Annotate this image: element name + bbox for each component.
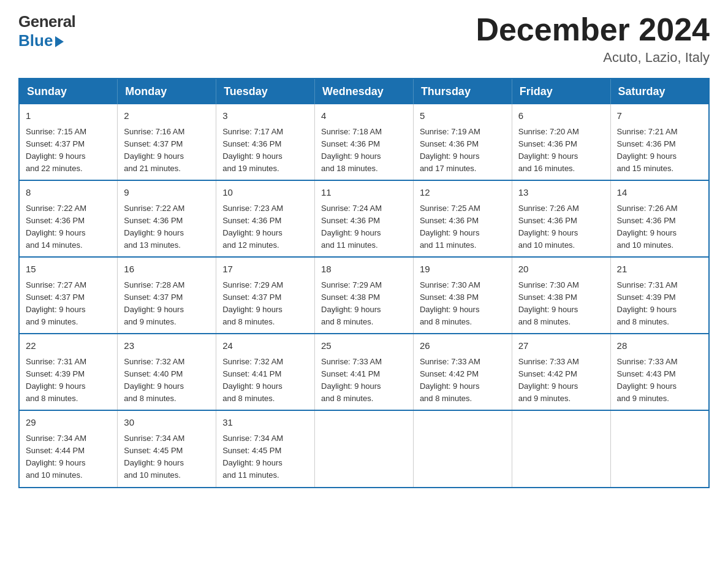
day-info: Sunrise: 7:26 AMSunset: 4:36 PMDaylight:…	[617, 202, 702, 252]
day-info: Sunrise: 7:33 AMSunset: 4:42 PMDaylight:…	[420, 356, 506, 405]
day-info: Sunrise: 7:32 AMSunset: 4:40 PMDaylight:…	[124, 356, 210, 405]
main-title: December 2024	[476, 12, 710, 47]
day-info: Sunrise: 7:34 AMSunset: 4:45 PMDaylight:…	[222, 432, 308, 482]
day-number: 15	[26, 262, 111, 277]
day-number: 26	[420, 339, 506, 353]
calendar-cell: 18Sunrise: 7:29 AMSunset: 4:38 PMDayligh…	[315, 257, 414, 334]
day-info: Sunrise: 7:17 AMSunset: 4:36 PMDaylight:…	[222, 126, 308, 175]
day-number: 30	[124, 416, 210, 430]
day-number: 7	[617, 109, 702, 123]
day-number: 12	[420, 186, 506, 200]
day-number: 6	[518, 109, 604, 123]
day-number: 14	[617, 186, 702, 200]
day-info: Sunrise: 7:34 AMSunset: 4:45 PMDaylight:…	[124, 432, 210, 482]
day-info: Sunrise: 7:33 AMSunset: 4:41 PMDaylight:…	[321, 356, 407, 405]
calendar-cell	[413, 410, 512, 487]
calendar-cell: 1Sunrise: 7:15 AMSunset: 4:37 PMDaylight…	[19, 104, 118, 180]
calendar-cell: 10Sunrise: 7:23 AMSunset: 4:36 PMDayligh…	[216, 180, 315, 257]
day-info: Sunrise: 7:26 AMSunset: 4:36 PMDaylight:…	[518, 202, 604, 252]
calendar-cell: 8Sunrise: 7:22 AMSunset: 4:36 PMDaylight…	[19, 180, 118, 257]
calendar-cell: 31Sunrise: 7:34 AMSunset: 4:45 PMDayligh…	[216, 410, 315, 487]
calendar-header-sunday: Sunday	[19, 79, 118, 104]
day-number: 19	[420, 262, 506, 277]
day-number: 28	[617, 339, 702, 353]
day-info: Sunrise: 7:22 AMSunset: 4:36 PMDaylight:…	[124, 202, 210, 252]
calendar-cell: 20Sunrise: 7:30 AMSunset: 4:38 PMDayligh…	[512, 257, 610, 334]
calendar-cell: 13Sunrise: 7:26 AMSunset: 4:36 PMDayligh…	[512, 180, 610, 257]
calendar-cell: 7Sunrise: 7:21 AMSunset: 4:36 PMDaylight…	[610, 104, 709, 180]
day-info: Sunrise: 7:15 AMSunset: 4:37 PMDaylight:…	[26, 126, 111, 175]
day-number: 31	[222, 416, 308, 430]
calendar-table: SundayMondayTuesdayWednesdayThursdayFrid…	[18, 78, 710, 488]
calendar-header-friday: Friday	[512, 79, 610, 104]
day-number: 5	[420, 109, 506, 123]
day-number: 23	[124, 339, 210, 353]
day-number: 17	[222, 262, 308, 277]
day-info: Sunrise: 7:23 AMSunset: 4:36 PMDaylight:…	[222, 202, 308, 252]
calendar-cell: 14Sunrise: 7:26 AMSunset: 4:36 PMDayligh…	[610, 180, 709, 257]
calendar-cell: 25Sunrise: 7:33 AMSunset: 4:41 PMDayligh…	[315, 334, 414, 410]
day-info: Sunrise: 7:30 AMSunset: 4:38 PMDaylight:…	[420, 279, 506, 329]
calendar-cell: 28Sunrise: 7:33 AMSunset: 4:43 PMDayligh…	[610, 334, 709, 410]
calendar-cell: 5Sunrise: 7:19 AMSunset: 4:36 PMDaylight…	[413, 104, 512, 180]
day-number: 2	[124, 109, 210, 123]
day-number: 25	[321, 339, 407, 353]
calendar-cell: 12Sunrise: 7:25 AMSunset: 4:36 PMDayligh…	[413, 180, 512, 257]
day-info: Sunrise: 7:19 AMSunset: 4:36 PMDaylight:…	[420, 126, 506, 175]
day-info: Sunrise: 7:29 AMSunset: 4:38 PMDaylight:…	[321, 279, 407, 329]
calendar-cell: 29Sunrise: 7:34 AMSunset: 4:44 PMDayligh…	[19, 410, 118, 487]
calendar-cell: 22Sunrise: 7:31 AMSunset: 4:39 PMDayligh…	[19, 334, 118, 410]
title-block: December 2024 Acuto, Lazio, Italy	[476, 12, 710, 66]
day-info: Sunrise: 7:30 AMSunset: 4:38 PMDaylight:…	[518, 279, 604, 329]
day-number: 11	[321, 186, 407, 200]
calendar-cell: 27Sunrise: 7:33 AMSunset: 4:42 PMDayligh…	[512, 334, 610, 410]
calendar-cell: 24Sunrise: 7:32 AMSunset: 4:41 PMDayligh…	[216, 334, 315, 410]
calendar-header-row: SundayMondayTuesdayWednesdayThursdayFrid…	[19, 79, 709, 104]
day-number: 4	[321, 109, 407, 123]
calendar-cell	[610, 410, 709, 487]
calendar-week-row: 8Sunrise: 7:22 AMSunset: 4:36 PMDaylight…	[19, 180, 709, 257]
calendar-cell: 21Sunrise: 7:31 AMSunset: 4:39 PMDayligh…	[610, 257, 709, 334]
day-info: Sunrise: 7:25 AMSunset: 4:36 PMDaylight:…	[420, 202, 506, 252]
day-info: Sunrise: 7:33 AMSunset: 4:42 PMDaylight:…	[518, 356, 604, 405]
day-number: 9	[124, 186, 210, 200]
calendar-cell: 16Sunrise: 7:28 AMSunset: 4:37 PMDayligh…	[118, 257, 216, 334]
calendar-week-row: 29Sunrise: 7:34 AMSunset: 4:44 PMDayligh…	[19, 410, 709, 487]
calendar-cell: 11Sunrise: 7:24 AMSunset: 4:36 PMDayligh…	[315, 180, 414, 257]
calendar-cell: 30Sunrise: 7:34 AMSunset: 4:45 PMDayligh…	[118, 410, 216, 487]
calendar-cell: 19Sunrise: 7:30 AMSunset: 4:38 PMDayligh…	[413, 257, 512, 334]
day-number: 27	[518, 339, 604, 353]
calendar-cell	[512, 410, 610, 487]
day-info: Sunrise: 7:22 AMSunset: 4:36 PMDaylight:…	[26, 202, 111, 252]
day-number: 8	[26, 186, 111, 200]
calendar-header-wednesday: Wednesday	[315, 79, 414, 104]
subtitle: Acuto, Lazio, Italy	[476, 50, 710, 66]
day-number: 18	[321, 262, 407, 277]
page-header: General Blue December 2024 Acuto, Lazio,…	[18, 12, 710, 66]
day-number: 3	[222, 109, 308, 123]
day-info: Sunrise: 7:24 AMSunset: 4:36 PMDaylight:…	[321, 202, 407, 252]
day-number: 13	[518, 186, 604, 200]
day-info: Sunrise: 7:32 AMSunset: 4:41 PMDaylight:…	[222, 356, 308, 405]
day-info: Sunrise: 7:20 AMSunset: 4:36 PMDaylight:…	[518, 126, 604, 175]
logo: General Blue	[18, 12, 75, 50]
day-number: 20	[518, 262, 604, 277]
calendar-header-monday: Monday	[118, 79, 216, 104]
calendar-cell: 2Sunrise: 7:16 AMSunset: 4:37 PMDaylight…	[118, 104, 216, 180]
calendar-week-row: 22Sunrise: 7:31 AMSunset: 4:39 PMDayligh…	[19, 334, 709, 410]
day-number: 29	[26, 416, 111, 430]
calendar-cell: 15Sunrise: 7:27 AMSunset: 4:37 PMDayligh…	[19, 257, 118, 334]
day-number: 10	[222, 186, 308, 200]
calendar-cell: 4Sunrise: 7:18 AMSunset: 4:36 PMDaylight…	[315, 104, 414, 180]
day-info: Sunrise: 7:34 AMSunset: 4:44 PMDaylight:…	[26, 432, 111, 482]
day-info: Sunrise: 7:31 AMSunset: 4:39 PMDaylight:…	[617, 279, 702, 329]
calendar-cell: 26Sunrise: 7:33 AMSunset: 4:42 PMDayligh…	[413, 334, 512, 410]
logo-triangle-icon	[55, 36, 64, 47]
day-info: Sunrise: 7:21 AMSunset: 4:36 PMDaylight:…	[617, 126, 702, 175]
calendar-cell: 9Sunrise: 7:22 AMSunset: 4:36 PMDaylight…	[118, 180, 216, 257]
logo-blue-text: Blue	[18, 31, 75, 50]
day-info: Sunrise: 7:28 AMSunset: 4:37 PMDaylight:…	[124, 279, 210, 329]
day-number: 1	[26, 109, 111, 123]
day-info: Sunrise: 7:27 AMSunset: 4:37 PMDaylight:…	[26, 279, 111, 329]
calendar-cell: 3Sunrise: 7:17 AMSunset: 4:36 PMDaylight…	[216, 104, 315, 180]
